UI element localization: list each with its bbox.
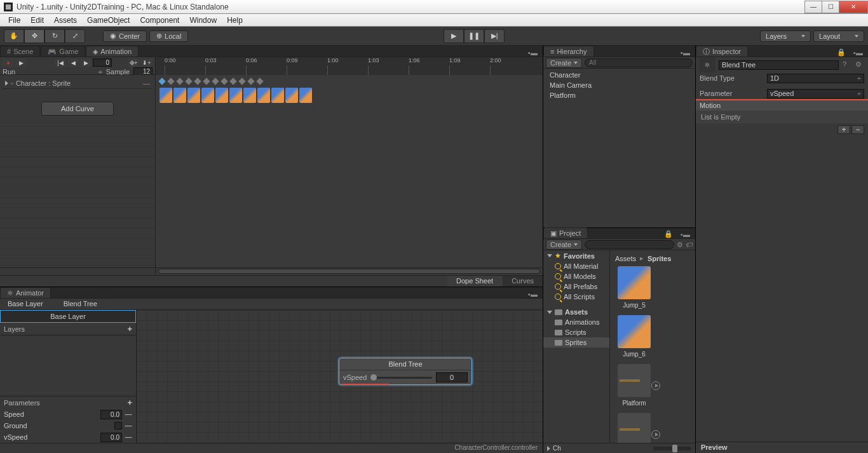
folder-item[interactable]: Scripts	[543, 327, 609, 337]
lock-icon[interactable]: 🔒	[661, 230, 675, 238]
next-frame-button[interactable]: ▶	[80, 58, 92, 67]
label-icon[interactable]: 🏷	[686, 241, 693, 248]
help-icon[interactable]: ?	[843, 60, 851, 69]
add-event-button[interactable]: ⬇+	[141, 58, 153, 67]
breadcrumb-blend[interactable]: Blend Tree	[56, 299, 105, 309]
hierarchy-item[interactable]: Character	[545, 70, 694, 80]
hierarchy-search[interactable]	[585, 58, 693, 67]
favorites-header[interactable]: ★Favorites	[543, 250, 609, 261]
hierarchy-item[interactable]: Platform	[545, 90, 694, 100]
space-toggle[interactable]: ⊕Local	[149, 30, 188, 42]
param-checkbox[interactable]	[114, 422, 122, 429]
layers-dropdown[interactable]: Layers	[760, 30, 811, 42]
layout-dropdown[interactable]: Layout	[813, 30, 864, 42]
step-button[interactable]: ▶|	[484, 29, 505, 43]
lock-icon[interactable]: 🔒	[834, 48, 848, 57]
hierarchy-item[interactable]: Main Camera	[545, 80, 694, 90]
node-slider[interactable]	[370, 377, 432, 379]
move-tool-button[interactable]: ✥	[24, 29, 44, 43]
project-search[interactable]	[585, 240, 674, 249]
fav-item[interactable]: All Prefabs	[543, 281, 609, 292]
anim-play-button[interactable]: ▶	[15, 58, 27, 67]
expand-icon[interactable]	[547, 446, 550, 451]
tab-game[interactable]: 🎮Game	[41, 46, 85, 57]
base-layer-button[interactable]: Base Layer	[0, 310, 136, 323]
tab-animation[interactable]: ◈Animation	[86, 46, 139, 57]
menu-help[interactable]: Help	[222, 15, 248, 26]
asset-item[interactable]: Jump_5	[615, 266, 653, 309]
fav-item[interactable]: All Material	[543, 261, 609, 271]
timeline-ruler[interactable]: 0:00 0:03 0:06 0:09 1:00 1:03 1:06 1:09 …	[156, 57, 543, 75]
add-layer-button[interactable]: +	[127, 324, 132, 334]
curves-tab[interactable]: Curves	[503, 276, 543, 287]
pivot-toggle[interactable]: ◉Center	[103, 30, 147, 42]
horizontal-scrollbar[interactable]	[158, 269, 540, 274]
scale-tool-button[interactable]: ⤢	[65, 29, 85, 43]
rotate-tool-button[interactable]: ↻	[44, 29, 65, 43]
remove-param-icon[interactable]: —	[125, 410, 132, 418]
filter-icon[interactable]: ⚙	[677, 241, 683, 248]
blend-type-dropdown[interactable]: 1D÷	[767, 74, 864, 83]
add-keyframe-button[interactable]: +	[128, 58, 140, 67]
minimize-button[interactable]: —	[804, 1, 822, 13]
asset-item[interactable]: Jump_6	[615, 315, 653, 358]
pause-button[interactable]: ❚❚	[464, 29, 484, 43]
folder-item[interactable]: Sprites	[543, 337, 609, 348]
menu-assets[interactable]: Assets	[49, 15, 82, 26]
play-button[interactable]: ▶	[444, 29, 464, 43]
menu-file[interactable]: File	[3, 15, 25, 26]
param-row-ground[interactable]: Ground —	[0, 420, 136, 431]
dopesheet-area[interactable]	[156, 75, 543, 267]
thumbnail-size-slider[interactable]	[653, 447, 691, 450]
breadcrumb-base[interactable]: Base Layer	[0, 299, 51, 309]
add-curve-button[interactable]: Add Curve	[41, 102, 114, 116]
param-row-speed[interactable]: Speed 0.0 —	[0, 409, 136, 420]
remove-motion-button[interactable]: −	[851, 125, 864, 134]
assets-header[interactable]: Assets	[543, 307, 609, 317]
hand-tool-button[interactable]: ✋	[4, 29, 24, 43]
tab-project[interactable]: ▣Project	[543, 227, 588, 238]
tab-animator[interactable]: ⚛Animator	[0, 287, 51, 298]
fav-item[interactable]: All Scripts	[543, 292, 609, 302]
remove-param-icon[interactable]: —	[125, 422, 132, 429]
first-frame-button[interactable]: |◀	[55, 58, 66, 67]
record-button[interactable]: ●	[3, 58, 14, 67]
remove-param-icon[interactable]: —	[125, 433, 132, 441]
panel-menu-icon[interactable]: ▪▬	[675, 49, 695, 57]
dopesheet-tab[interactable]: Dope Sheet	[447, 276, 502, 287]
maximize-button[interactable]: ☐	[822, 1, 839, 13]
frame-input[interactable]	[93, 58, 112, 67]
object-name[interactable]: Blend Tree	[722, 61, 756, 69]
add-parameter-button[interactable]: +	[127, 398, 132, 407]
node-value[interactable]: 0	[436, 372, 468, 382]
tab-scene[interactable]: #Scene	[0, 46, 40, 57]
track-row[interactable]: ▫ Character : Sprite —	[3, 78, 153, 89]
parameter-dropdown[interactable]: vSpeed÷	[767, 89, 864, 98]
panel-menu-icon[interactable]: ▪▬	[523, 49, 543, 57]
blend-tree-node[interactable]: Blend Tree vSpeed 0	[339, 358, 472, 385]
panel-menu-icon[interactable]: ▪▬	[675, 231, 695, 238]
prev-frame-button[interactable]: ◀	[67, 58, 79, 67]
project-create-dropdown[interactable]: Create	[546, 240, 582, 250]
animator-graph[interactable]: Blend Tree vSpeed 0	[137, 310, 543, 443]
panel-menu-icon[interactable]: ▪▬	[848, 49, 868, 57]
tab-hierarchy[interactable]: ≡Hierarchy	[543, 46, 594, 57]
close-button[interactable]: ✕	[839, 1, 868, 13]
menu-window[interactable]: Window	[184, 15, 222, 26]
fav-item[interactable]: All Models	[543, 271, 609, 281]
panel-menu-icon[interactable]: ▪▬	[523, 290, 543, 298]
gear-icon[interactable]: ⚙	[855, 60, 864, 69]
clip-dropdown[interactable]: Run	[3, 68, 15, 76]
param-row-vspeed[interactable]: vSpeed 0.0 —	[0, 431, 136, 443]
folder-item[interactable]: Animations	[543, 317, 609, 327]
asset-item[interactable]: Run	[615, 413, 653, 443]
asset-item[interactable]: Platform	[615, 364, 653, 407]
tab-inspector[interactable]: ⓘInspector	[696, 46, 748, 57]
hierarchy-create-dropdown[interactable]: Create	[546, 58, 582, 68]
menu-gameobject[interactable]: GameObject	[82, 15, 135, 26]
preview-header[interactable]: Preview	[696, 442, 868, 453]
menu-component[interactable]: Component	[135, 15, 184, 26]
menu-edit[interactable]: Edit	[25, 15, 49, 26]
parameters-label: Parameters	[4, 399, 40, 407]
add-motion-button[interactable]: +	[837, 125, 850, 134]
